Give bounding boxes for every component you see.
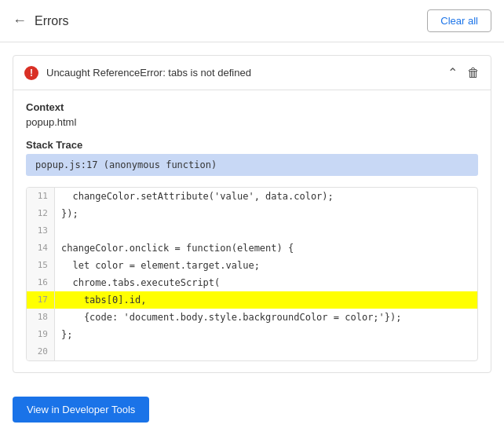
line-number: 13 bbox=[27, 222, 55, 240]
error-header-right: ⌃ 🗑 bbox=[447, 65, 480, 80]
error-header-left: ! Uncaught ReferenceError: tabs is not d… bbox=[24, 66, 251, 80]
code-line: 11 changeColor.setAttribute('value', dat… bbox=[27, 188, 477, 205]
line-content: {code: 'document.body.style.backgroundCo… bbox=[55, 309, 477, 326]
collapse-icon[interactable]: ⌃ bbox=[447, 65, 458, 80]
line-content: }; bbox=[55, 326, 477, 343]
delete-icon[interactable]: 🗑 bbox=[467, 66, 480, 80]
line-content: chrome.tabs.executeScript( bbox=[55, 274, 477, 291]
code-line: 12}); bbox=[27, 205, 477, 222]
code-block: 11 changeColor.setAttribute('value', dat… bbox=[26, 187, 478, 361]
line-content: changeColor.onclick = function(element) … bbox=[55, 240, 477, 257]
line-content: let color = element.target.value; bbox=[55, 257, 477, 274]
line-number: 15 bbox=[27, 257, 55, 274]
error-card: ! Uncaught ReferenceError: tabs is not d… bbox=[13, 55, 491, 373]
line-number: 18 bbox=[27, 309, 55, 326]
back-button[interactable]: ← bbox=[13, 13, 27, 29]
page-header: ← Errors Clear all bbox=[0, 0, 504, 42]
line-number: 17 bbox=[27, 291, 55, 309]
line-content: changeColor.setAttribute('value', data.c… bbox=[55, 188, 477, 205]
code-line: 15 let color = element.target.value; bbox=[27, 257, 477, 274]
line-number: 20 bbox=[27, 343, 55, 360]
code-line: 17 tabs[0].id, bbox=[27, 291, 477, 309]
line-number: 14 bbox=[27, 240, 55, 257]
line-content: }); bbox=[55, 205, 477, 222]
view-in-devtools-button[interactable]: View in Developer Tools bbox=[13, 397, 149, 423]
code-line: 19}; bbox=[27, 326, 477, 343]
error-card-header: ! Uncaught ReferenceError: tabs is not d… bbox=[13, 56, 491, 90]
line-content bbox=[55, 343, 477, 360]
line-content bbox=[55, 222, 477, 240]
line-number: 11 bbox=[27, 188, 55, 205]
stack-trace-value: popup.js:17 (anonymous function) bbox=[26, 154, 478, 176]
footer: View in Developer Tools bbox=[0, 386, 504, 434]
header-left: ← Errors bbox=[13, 13, 69, 29]
error-message: Uncaught ReferenceError: tabs is not def… bbox=[46, 67, 251, 79]
code-line: 16 chrome.tabs.executeScript( bbox=[27, 274, 477, 291]
code-line: 18 {code: 'document.body.style.backgroun… bbox=[27, 309, 477, 326]
context-label: Context bbox=[26, 101, 478, 113]
code-line: 13 bbox=[27, 222, 477, 240]
code-line: 20 bbox=[27, 343, 477, 360]
error-icon: ! bbox=[24, 66, 38, 80]
line-number: 19 bbox=[27, 326, 55, 343]
line-content: tabs[0].id, bbox=[55, 291, 477, 309]
error-body: Context popup.html Stack Trace popup.js:… bbox=[13, 90, 491, 372]
line-number: 16 bbox=[27, 274, 55, 291]
line-number: 12 bbox=[27, 205, 55, 222]
code-scroll-area[interactable]: 11 changeColor.setAttribute('value', dat… bbox=[27, 188, 477, 360]
page-title: Errors bbox=[35, 14, 69, 28]
context-value: popup.html bbox=[26, 116, 478, 128]
stack-trace-label: Stack Trace bbox=[26, 139, 478, 151]
clear-all-button[interactable]: Clear all bbox=[427, 9, 491, 32]
code-line: 14changeColor.onclick = function(element… bbox=[27, 240, 477, 257]
